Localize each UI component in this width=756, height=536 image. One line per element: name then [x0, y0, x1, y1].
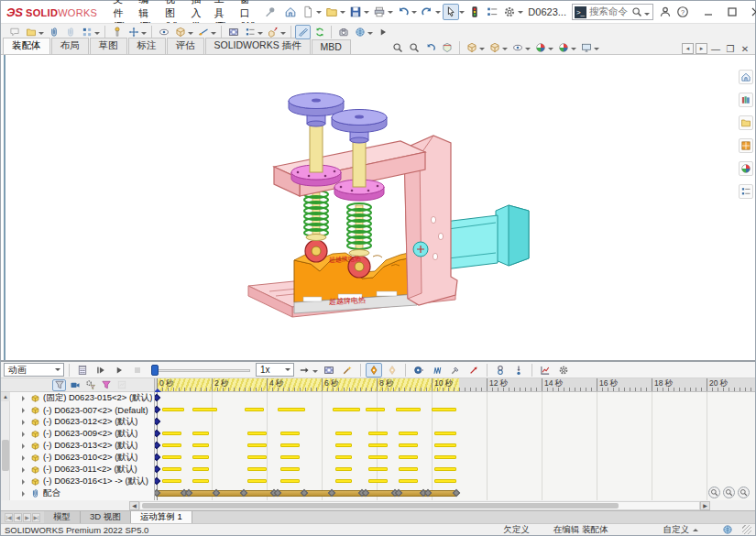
results-and-plots-icon[interactable]: [537, 363, 553, 377]
instant3d-icon[interactable]: [295, 25, 311, 39]
motion-tree-row[interactable]: (-) D0623-016<1> -> (默认): [10, 476, 154, 487]
linear-component-pattern-icon[interactable]: [79, 25, 94, 39]
motion-tree-row[interactable]: 配合: [10, 487, 154, 499]
key-change-bar[interactable]: [368, 432, 388, 435]
custom-properties-icon[interactable]: [739, 184, 753, 199]
key-change-bar[interactable]: [192, 443, 209, 447]
key-change-bar[interactable]: [399, 467, 418, 471]
toolbar-flyout-icon[interactable]: [375, 25, 390, 39]
key-change-bar[interactable]: [280, 467, 300, 471]
open-document-icon[interactable]: [323, 4, 340, 20]
timeline-key-row[interactable]: [155, 392, 755, 404]
key-diamond[interactable]: [155, 465, 160, 473]
key-change-bar[interactable]: [162, 432, 181, 435]
expand-arrow-icon[interactable]: [22, 420, 27, 425]
timeline-key-row[interactable]: [155, 476, 755, 487]
key-diamond[interactable]: [155, 454, 160, 461]
filter-none-icon[interactable]: [52, 379, 66, 391]
section-view-icon[interactable]: [440, 40, 455, 54]
expand-arrow-icon[interactable]: [22, 491, 27, 497]
file-explorer-icon[interactable]: [739, 115, 753, 130]
timeline-key-row[interactable]: [155, 440, 755, 452]
exploded-view-icon[interactable]: [265, 25, 280, 39]
key-change-bar[interactable]: [399, 443, 418, 447]
command-tab-装配体[interactable]: 装配体: [3, 38, 50, 54]
animation-wizard-icon[interactable]: [339, 363, 356, 377]
motion-tree-row[interactable]: (-) D0623-013<2> (默认): [10, 440, 154, 452]
hscroll-track[interactable]: [139, 501, 700, 510]
new-motion-study-icon[interactable]: [225, 25, 241, 39]
key-change-bar[interactable]: [434, 467, 456, 471]
doc-tab-运动算例 1[interactable]: 运动算例 1: [131, 511, 192, 523]
playback-speed-dropdown[interactable]: 1x: [256, 363, 294, 377]
hscroll-right-icon[interactable]: ▶: [700, 501, 710, 510]
options-icon[interactable]: [501, 4, 518, 20]
custom-status-dropdown[interactable]: 自定义: [663, 524, 699, 536]
search-commands-box[interactable]: >_ 搜索命令: [572, 4, 653, 20]
key-change-bar[interactable]: [434, 455, 456, 459]
time-pointer[interactable]: [155, 385, 161, 392]
key-change-bar[interactable]: [162, 455, 181, 459]
timeline-zoom-out-icon[interactable]: [723, 487, 735, 498]
motion-tree-row[interactable]: (固定) D0623-015<2> (默认): [10, 392, 154, 404]
damper-icon[interactable]: [447, 363, 464, 377]
comment-icon[interactable]: [6, 25, 22, 39]
force-icon[interactable]: [466, 363, 482, 377]
key-change-bar[interactable]: [247, 432, 267, 435]
undo-icon[interactable]: [395, 4, 411, 20]
save-icon[interactable]: [347, 4, 364, 20]
key-change-bar[interactable]: [399, 432, 418, 435]
apply-scene-icon[interactable]: [556, 40, 571, 54]
assembly-features-icon[interactable]: [172, 25, 188, 39]
take-snapshot-icon[interactable]: [335, 25, 351, 39]
key-change-bar[interactable]: [335, 443, 352, 447]
expand-arrow-icon[interactable]: [22, 467, 27, 473]
filter-selected-icon[interactable]: [99, 379, 113, 391]
tab-first-icon[interactable]: |◀: [5, 513, 13, 522]
show-hidden-components-icon[interactable]: [156, 25, 171, 39]
filter-driving-icon[interactable]: [83, 379, 97, 391]
view-settings-icon[interactable]: [579, 40, 594, 54]
command-tab-标注[interactable]: 标注: [128, 38, 166, 54]
timeline-key-row[interactable]: [155, 464, 755, 476]
move-component-icon[interactable]: [126, 25, 141, 39]
contact-icon[interactable]: [492, 363, 509, 377]
key-change-bar[interactable]: [247, 479, 267, 483]
cap-knobs[interactable]: [289, 93, 387, 144]
key-diamond[interactable]: [155, 430, 160, 437]
key-change-bar[interactable]: [245, 408, 264, 411]
timeline-horizontal-scrollbar[interactable]: ◀ ▶: [1, 500, 755, 510]
key-diamond[interactable]: [155, 406, 160, 413]
timeline-zoom-fit-icon[interactable]: [738, 487, 750, 498]
expand-arrow-icon[interactable]: [22, 455, 27, 461]
search-icon[interactable]: [630, 5, 644, 19]
timeline-zoom-in-icon[interactable]: [708, 487, 720, 498]
minimize-button[interactable]: [696, 3, 720, 21]
key-change-bar[interactable]: [434, 443, 456, 447]
print-icon[interactable]: [371, 4, 388, 20]
bill-of-materials-icon[interactable]: [242, 25, 257, 39]
key-change-bar[interactable]: [280, 443, 300, 447]
home-icon[interactable]: [282, 4, 299, 20]
doc-tab-3D 视图[interactable]: 3D 视图: [81, 511, 131, 523]
study-type-dropdown[interactable]: 动画: [4, 363, 64, 377]
timeline-key-row[interactable]: [155, 416, 755, 428]
motor-icon[interactable]: [411, 363, 427, 377]
expand-arrow-icon[interactable]: [22, 479, 27, 485]
motion-tree-row[interactable]: (-) D0623-007<2> (Default): [10, 404, 154, 416]
key-change-bar[interactable]: [432, 408, 456, 411]
tree-vertical-scrollbar[interactable]: ▲: [1, 392, 10, 500]
air-cylinder-part[interactable]: [439, 205, 529, 269]
hscroll-thumb[interactable]: [142, 503, 619, 509]
key-change-bar[interactable]: [335, 479, 352, 483]
key-change-bar[interactable]: [366, 408, 385, 411]
key-change-bar[interactable]: [333, 408, 360, 411]
key-change-bar[interactable]: [162, 443, 181, 447]
key-change-bar[interactable]: [247, 467, 267, 471]
rebuild-icon[interactable]: [466, 4, 483, 20]
command-tab-SOLIDWORKS 插件[interactable]: SOLIDWORKS 插件: [205, 38, 311, 54]
doc-close-icon[interactable]: ✕: [739, 43, 751, 54]
asset-publisher-icon[interactable]: [352, 25, 367, 39]
reference-geometry-icon[interactable]: [195, 25, 211, 39]
tab-prev-icon[interactable]: ◀: [14, 513, 22, 522]
